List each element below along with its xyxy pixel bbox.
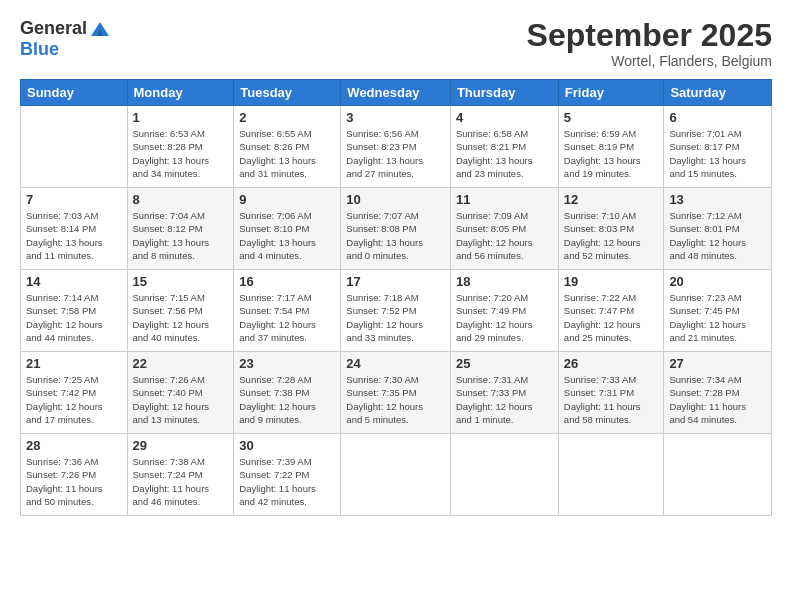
header-friday: Friday: [558, 80, 664, 106]
header: General Blue September 2025 Wortel, Flan…: [20, 18, 772, 69]
day-number: 10: [346, 192, 445, 207]
calendar-cell: 23Sunrise: 7:28 AM Sunset: 7:38 PM Dayli…: [234, 352, 341, 434]
logo-icon: [89, 18, 111, 40]
day-number: 11: [456, 192, 553, 207]
day-info: Sunrise: 6:56 AM Sunset: 8:23 PM Dayligh…: [346, 127, 445, 180]
day-info: Sunrise: 7:22 AM Sunset: 7:47 PM Dayligh…: [564, 291, 659, 344]
day-info: Sunrise: 7:03 AM Sunset: 8:14 PM Dayligh…: [26, 209, 122, 262]
calendar-cell: 5Sunrise: 6:59 AM Sunset: 8:19 PM Daylig…: [558, 106, 664, 188]
calendar-cell: 11Sunrise: 7:09 AM Sunset: 8:05 PM Dayli…: [450, 188, 558, 270]
day-number: 19: [564, 274, 659, 289]
day-info: Sunrise: 7:36 AM Sunset: 7:26 PM Dayligh…: [26, 455, 122, 508]
calendar-cell: 30Sunrise: 7:39 AM Sunset: 7:22 PM Dayli…: [234, 434, 341, 516]
day-info: Sunrise: 7:01 AM Sunset: 8:17 PM Dayligh…: [669, 127, 766, 180]
page: General Blue September 2025 Wortel, Flan…: [0, 0, 792, 612]
day-number: 17: [346, 274, 445, 289]
day-info: Sunrise: 7:14 AM Sunset: 7:58 PM Dayligh…: [26, 291, 122, 344]
header-monday: Monday: [127, 80, 234, 106]
calendar-cell: 13Sunrise: 7:12 AM Sunset: 8:01 PM Dayli…: [664, 188, 772, 270]
day-info: Sunrise: 7:25 AM Sunset: 7:42 PM Dayligh…: [26, 373, 122, 426]
calendar-cell: [558, 434, 664, 516]
calendar-cell: 7Sunrise: 7:03 AM Sunset: 8:14 PM Daylig…: [21, 188, 128, 270]
day-info: Sunrise: 6:53 AM Sunset: 8:28 PM Dayligh…: [133, 127, 229, 180]
week-row-1: 1Sunrise: 6:53 AM Sunset: 8:28 PM Daylig…: [21, 106, 772, 188]
day-number: 25: [456, 356, 553, 371]
day-number: 24: [346, 356, 445, 371]
month-title: September 2025: [527, 18, 772, 53]
calendar-cell: 21Sunrise: 7:25 AM Sunset: 7:42 PM Dayli…: [21, 352, 128, 434]
day-number: 21: [26, 356, 122, 371]
day-number: 12: [564, 192, 659, 207]
day-info: Sunrise: 7:30 AM Sunset: 7:35 PM Dayligh…: [346, 373, 445, 426]
calendar-cell: 15Sunrise: 7:15 AM Sunset: 7:56 PM Dayli…: [127, 270, 234, 352]
week-row-3: 14Sunrise: 7:14 AM Sunset: 7:58 PM Dayli…: [21, 270, 772, 352]
day-info: Sunrise: 7:15 AM Sunset: 7:56 PM Dayligh…: [133, 291, 229, 344]
calendar-cell: 14Sunrise: 7:14 AM Sunset: 7:58 PM Dayli…: [21, 270, 128, 352]
day-number: 30: [239, 438, 335, 453]
day-number: 15: [133, 274, 229, 289]
calendar-cell: [450, 434, 558, 516]
day-info: Sunrise: 6:59 AM Sunset: 8:19 PM Dayligh…: [564, 127, 659, 180]
calendar-cell: 16Sunrise: 7:17 AM Sunset: 7:54 PM Dayli…: [234, 270, 341, 352]
day-info: Sunrise: 7:09 AM Sunset: 8:05 PM Dayligh…: [456, 209, 553, 262]
calendar-cell: [341, 434, 451, 516]
day-number: 27: [669, 356, 766, 371]
day-info: Sunrise: 7:18 AM Sunset: 7:52 PM Dayligh…: [346, 291, 445, 344]
calendar-cell: 10Sunrise: 7:07 AM Sunset: 8:08 PM Dayli…: [341, 188, 451, 270]
header-saturday: Saturday: [664, 80, 772, 106]
calendar-cell: 12Sunrise: 7:10 AM Sunset: 8:03 PM Dayli…: [558, 188, 664, 270]
calendar-cell: 25Sunrise: 7:31 AM Sunset: 7:33 PM Dayli…: [450, 352, 558, 434]
day-info: Sunrise: 7:34 AM Sunset: 7:28 PM Dayligh…: [669, 373, 766, 426]
day-info: Sunrise: 7:26 AM Sunset: 7:40 PM Dayligh…: [133, 373, 229, 426]
calendar-cell: 20Sunrise: 7:23 AM Sunset: 7:45 PM Dayli…: [664, 270, 772, 352]
header-sunday: Sunday: [21, 80, 128, 106]
calendar-cell: 24Sunrise: 7:30 AM Sunset: 7:35 PM Dayli…: [341, 352, 451, 434]
calendar-cell: 4Sunrise: 6:58 AM Sunset: 8:21 PM Daylig…: [450, 106, 558, 188]
day-info: Sunrise: 7:28 AM Sunset: 7:38 PM Dayligh…: [239, 373, 335, 426]
calendar-cell: [21, 106, 128, 188]
day-number: 20: [669, 274, 766, 289]
calendar-cell: 6Sunrise: 7:01 AM Sunset: 8:17 PM Daylig…: [664, 106, 772, 188]
header-thursday: Thursday: [450, 80, 558, 106]
day-number: 4: [456, 110, 553, 125]
calendar-cell: 2Sunrise: 6:55 AM Sunset: 8:26 PM Daylig…: [234, 106, 341, 188]
day-number: 1: [133, 110, 229, 125]
calendar: Sunday Monday Tuesday Wednesday Thursday…: [20, 79, 772, 516]
day-info: Sunrise: 7:10 AM Sunset: 8:03 PM Dayligh…: [564, 209, 659, 262]
day-info: Sunrise: 7:12 AM Sunset: 8:01 PM Dayligh…: [669, 209, 766, 262]
calendar-cell: 18Sunrise: 7:20 AM Sunset: 7:49 PM Dayli…: [450, 270, 558, 352]
logo: General Blue: [20, 18, 111, 60]
calendar-header-row: Sunday Monday Tuesday Wednesday Thursday…: [21, 80, 772, 106]
day-number: 3: [346, 110, 445, 125]
calendar-cell: 1Sunrise: 6:53 AM Sunset: 8:28 PM Daylig…: [127, 106, 234, 188]
day-number: 22: [133, 356, 229, 371]
week-row-4: 21Sunrise: 7:25 AM Sunset: 7:42 PM Dayli…: [21, 352, 772, 434]
day-number: 28: [26, 438, 122, 453]
calendar-cell: 19Sunrise: 7:22 AM Sunset: 7:47 PM Dayli…: [558, 270, 664, 352]
day-number: 29: [133, 438, 229, 453]
day-number: 16: [239, 274, 335, 289]
title-block: September 2025 Wortel, Flanders, Belgium: [527, 18, 772, 69]
week-row-2: 7Sunrise: 7:03 AM Sunset: 8:14 PM Daylig…: [21, 188, 772, 270]
day-number: 9: [239, 192, 335, 207]
logo-blue-text: Blue: [20, 40, 111, 60]
calendar-cell: 29Sunrise: 7:38 AM Sunset: 7:24 PM Dayli…: [127, 434, 234, 516]
day-number: 14: [26, 274, 122, 289]
day-info: Sunrise: 7:38 AM Sunset: 7:24 PM Dayligh…: [133, 455, 229, 508]
logo-general-text: General: [20, 19, 87, 39]
day-info: Sunrise: 7:04 AM Sunset: 8:12 PM Dayligh…: [133, 209, 229, 262]
location: Wortel, Flanders, Belgium: [527, 53, 772, 69]
calendar-cell: 3Sunrise: 6:56 AM Sunset: 8:23 PM Daylig…: [341, 106, 451, 188]
header-tuesday: Tuesday: [234, 80, 341, 106]
day-info: Sunrise: 7:17 AM Sunset: 7:54 PM Dayligh…: [239, 291, 335, 344]
day-number: 8: [133, 192, 229, 207]
day-number: 7: [26, 192, 122, 207]
calendar-cell: 22Sunrise: 7:26 AM Sunset: 7:40 PM Dayli…: [127, 352, 234, 434]
day-number: 23: [239, 356, 335, 371]
calendar-cell: 17Sunrise: 7:18 AM Sunset: 7:52 PM Dayli…: [341, 270, 451, 352]
day-info: Sunrise: 7:06 AM Sunset: 8:10 PM Dayligh…: [239, 209, 335, 262]
day-number: 13: [669, 192, 766, 207]
week-row-5: 28Sunrise: 7:36 AM Sunset: 7:26 PM Dayli…: [21, 434, 772, 516]
day-info: Sunrise: 7:07 AM Sunset: 8:08 PM Dayligh…: [346, 209, 445, 262]
day-info: Sunrise: 7:23 AM Sunset: 7:45 PM Dayligh…: [669, 291, 766, 344]
